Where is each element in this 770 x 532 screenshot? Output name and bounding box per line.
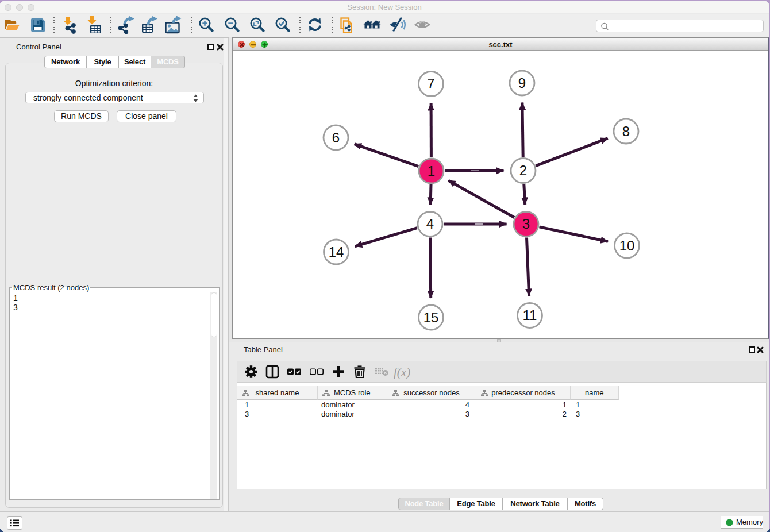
svg-text:7: 7 <box>427 76 434 91</box>
svg-text:10: 10 <box>619 238 635 253</box>
svg-text:1: 1 <box>428 163 435 179</box>
svg-text:9: 9 <box>518 75 526 91</box>
svg-text:4: 4 <box>426 216 434 232</box>
svg-text:15: 15 <box>424 310 439 325</box>
svg-text:6: 6 <box>332 130 340 145</box>
svg-text:11: 11 <box>523 307 537 323</box>
svg-text:3: 3 <box>522 216 530 232</box>
svg-text:14: 14 <box>329 244 344 260</box>
svg-text:8: 8 <box>622 124 630 139</box>
svg-text:2: 2 <box>519 163 527 178</box>
